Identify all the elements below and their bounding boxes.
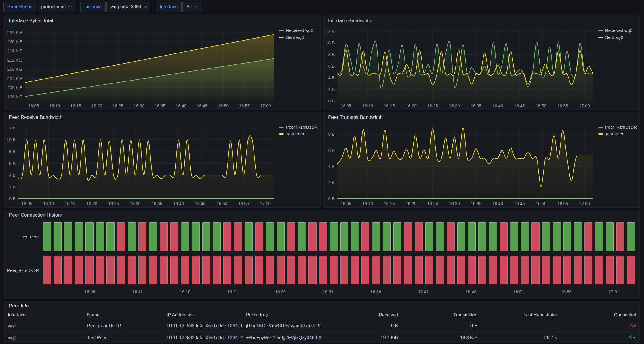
svg-text:16:15: 16:15	[65, 201, 76, 206]
status-bar-down	[308, 222, 317, 251]
svg-text:16:35: 16:35	[151, 201, 162, 206]
svg-text:16:30: 16:30	[134, 103, 144, 108]
column-header[interactable]: Public Key	[243, 310, 322, 320]
status-history-row: Test Peer	[9, 222, 635, 251]
time-series-plot[interactable]: 196 KiB200 KiB204 KiB208 KiB212 KiB216 K…	[4, 24, 277, 110]
datasource-value: prometheus	[41, 4, 66, 9]
legend-series-name: Test Peer	[605, 131, 623, 136]
status-bar-up	[277, 222, 285, 251]
legend-item[interactable]: Received wg0	[598, 28, 638, 33]
status-bar-down	[106, 256, 115, 284]
interface-dropdown[interactable]: All	[182, 2, 201, 12]
status-bar-down	[277, 256, 285, 284]
column-header[interactable]: Received	[322, 310, 401, 320]
panel-interface-bytes-total: Interface Bytes Total 196 KiB200 KiB204 …	[4, 16, 321, 110]
status-bar-down	[574, 256, 582, 284]
table-cell: jRzmDsDRVnwCt13vsyamXherk9L9RhRk	[243, 320, 322, 332]
svg-text:16:40: 16:40	[492, 201, 503, 206]
svg-text:16:50: 16:50	[536, 103, 546, 108]
svg-text:12 B: 12 B	[326, 29, 335, 34]
svg-text:204 KiB: 204 KiB	[7, 76, 22, 81]
svg-text:6 B: 6 B	[328, 64, 335, 68]
chart-body: 0 B2 B4 B6 B8 B16:0516:1016:1516:2016:25…	[323, 121, 640, 207]
panel-title: Peer Info	[4, 301, 640, 310]
svg-text:16:55: 16:55	[238, 201, 249, 206]
status-bar-down	[234, 222, 242, 251]
status-bar-down	[287, 256, 295, 284]
status-history-row: Peer jRzmDsDR	[9, 256, 635, 284]
status-bar-up	[489, 222, 497, 251]
panel-peer-info: Peer Info InterfaceNameIP AddressesPubli…	[4, 301, 640, 343]
instance-dropdown[interactable]: wg-portal:8080	[106, 2, 150, 12]
svg-text:16:50: 16:50	[218, 103, 229, 108]
svg-text:16:05: 16:05	[340, 103, 351, 108]
status-bar-down	[223, 222, 231, 251]
x-tick-label: 16:11	[132, 289, 143, 294]
svg-text:16:10: 16:10	[362, 103, 373, 108]
table-row: wg0Peer jRzmDsDR10.11.12.2/32,fdfd:d3ad:…	[4, 320, 640, 332]
status-bar-down	[266, 256, 274, 284]
datasource-dropdown[interactable]: prometheus	[37, 2, 75, 12]
legend-item[interactable]: Peer jRzmDsDR	[598, 125, 638, 129]
svg-text:6 B: 6 B	[9, 161, 16, 166]
status-bar-up	[43, 222, 51, 251]
time-series-plot[interactable]: 0 B2 B4 B6 B8 B16:0516:1016:1516:2016:25…	[323, 121, 596, 207]
x-tick-label: 16:16	[180, 289, 191, 294]
status-bars	[43, 222, 635, 251]
panel-title: Interface Bandwidth	[323, 16, 640, 24]
variable-interface: Interface All	[156, 2, 201, 12]
time-series-plot[interactable]: 0 B2 B4 B6 B8 B10 B12 B16:0516:1016:1516…	[4, 121, 277, 207]
status-bar-down	[531, 222, 540, 251]
x-tick-label: 17:01	[609, 289, 620, 294]
svg-text:16:25: 16:25	[108, 201, 119, 206]
column-header[interactable]: Transmitted	[401, 310, 481, 320]
legend-item[interactable]: Test Peer	[279, 131, 319, 136]
variable-label-instance: Instance	[80, 2, 106, 12]
svg-text:216 KiB: 216 KiB	[7, 48, 22, 53]
column-header[interactable]: Last Handshake	[481, 310, 560, 320]
legend-item[interactable]: Sent wg0	[279, 35, 319, 40]
chevron-down-icon	[194, 5, 197, 8]
legend: Peer jRzmDsDRTest Peer	[277, 121, 321, 207]
status-bar-down	[521, 256, 529, 284]
status-bar-up	[478, 222, 486, 251]
status-bar-up	[351, 222, 359, 251]
status-bar-down	[308, 256, 317, 284]
status-bar-down	[245, 256, 253, 284]
status-bar-up	[383, 222, 391, 251]
status-bar-up	[85, 222, 94, 251]
column-header[interactable]: Connected	[560, 310, 640, 320]
column-header[interactable]: Name	[84, 310, 163, 320]
panel-title: Interface Bytes Total	[4, 16, 321, 24]
table-cell: 10.11.12.2/32,fdfd:d3ad:c0de:1234::1/128	[163, 320, 243, 332]
status-bar-up	[266, 222, 274, 251]
dashboard-grid: Interface Bytes Total 196 KiB200 KiB204 …	[0, 14, 644, 344]
status-bar-down	[192, 256, 200, 284]
legend-series-name: Test Peer	[286, 131, 304, 136]
status-history-plot: Test PeerPeer jRzmDsDR16:0616:1116:1616:…	[4, 219, 640, 296]
status-bar-down	[457, 256, 465, 284]
column-header[interactable]: Interface	[4, 310, 84, 320]
legend-item[interactable]: Sent wg0	[598, 35, 638, 40]
series-color-swatch	[279, 133, 284, 135]
column-header[interactable]: IP Addresses	[163, 310, 243, 320]
table-header-row: InterfaceNameIP AddressesPublic KeyRecei…	[4, 310, 640, 320]
status-bar-down	[372, 256, 380, 284]
status-bar-up	[245, 222, 253, 251]
dashboard-toolbar: Prometheus prometheus Instance wg-portal…	[0, 0, 644, 14]
legend-item[interactable]: Received wg0	[279, 28, 319, 33]
legend-item[interactable]: Peer jRzmDsDR	[279, 125, 319, 129]
status-bar-up	[149, 222, 157, 251]
time-series-plot[interactable]: 0 B2 B4 B6 B8 B10 B12 B16:0516:1016:1516…	[323, 24, 596, 110]
svg-text:16:15: 16:15	[70, 103, 81, 108]
status-bar-down	[54, 256, 62, 284]
legend-item[interactable]: Test Peer	[598, 131, 638, 136]
status-bar-up	[457, 222, 465, 251]
series-color-swatch	[279, 30, 284, 31]
status-bar-down	[500, 256, 508, 284]
status-bar-up	[75, 222, 83, 251]
status-bar-down	[447, 256, 455, 284]
legend: Received wg0Sent wg0	[277, 24, 321, 110]
series-color-swatch	[598, 37, 603, 38]
status-bar-down	[138, 256, 146, 284]
